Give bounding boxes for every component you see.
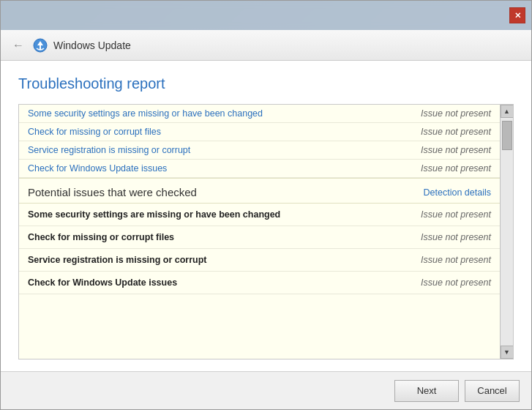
issue-row: Check for Windows Update issues Issue no… xyxy=(19,160,500,178)
issue-row: Check for missing or corrupt files Issue… xyxy=(19,123,500,141)
back-button[interactable]: ← xyxy=(10,39,27,52)
bold-issue-name-0: Some security settings are missing or ha… xyxy=(28,209,280,220)
issue-row: Service registration is missing or corru… xyxy=(19,141,500,160)
cancel-button[interactable]: Cancel xyxy=(465,380,520,402)
next-button[interactable]: Next xyxy=(394,380,459,402)
bold-issue-status-0: Issue not present xyxy=(421,209,491,220)
bold-issue-status-3: Issue not present xyxy=(421,277,491,288)
issue-link-0[interactable]: Some security settings are missing or ha… xyxy=(28,108,263,119)
title-bar: ← Windows Update xyxy=(1,30,531,61)
issue-link-1[interactable]: Check for missing or corrupt files xyxy=(28,127,161,137)
bold-issue-row: Service registration is missing or corru… xyxy=(19,249,500,272)
issue-status-1: Issue not present xyxy=(421,127,491,137)
footer: Next Cancel xyxy=(1,371,531,409)
scrollbar-down-button[interactable]: ▼ xyxy=(501,346,514,359)
bold-issue-status-1: Issue not present xyxy=(421,232,491,242)
bold-issue-row: Some security settings are missing or ha… xyxy=(19,204,500,226)
issue-status-2: Issue not present xyxy=(421,145,491,155)
page-title: Troubleshooting report xyxy=(18,75,514,92)
issue-status-3: Issue not present xyxy=(421,163,491,174)
close-button[interactable]: ✕ xyxy=(509,7,525,23)
bold-issue-status-2: Issue not present xyxy=(421,255,491,265)
bold-issue-name-3: Check for Windows Update issues xyxy=(28,277,177,288)
bold-issue-row: Check for Windows Update issues Issue no… xyxy=(19,272,500,294)
window-title: Windows Update xyxy=(53,40,131,51)
bold-issue-row: Check for missing or corrupt files Issue… xyxy=(19,226,500,249)
issue-link-2[interactable]: Service registration is missing or corru… xyxy=(28,145,190,155)
main-window: ✕ ← Windows Update Troubleshooting repor… xyxy=(0,0,532,410)
windows-update-icon xyxy=(33,38,48,53)
detection-details-link[interactable]: Detection details xyxy=(424,187,491,198)
main-content: Troubleshooting report Some security set… xyxy=(1,61,531,371)
scrollbar-thumb[interactable] xyxy=(502,121,512,150)
issue-status-0: Issue not present xyxy=(421,108,491,119)
scrollbar-up-button[interactable]: ▲ xyxy=(501,105,514,118)
top-blur-bar: ✕ xyxy=(1,1,531,30)
bold-issue-name-2: Service registration is missing or corru… xyxy=(28,255,207,265)
scrollbar: ▲ ▼ xyxy=(500,105,513,359)
section-header: Potential issues that were checked Detec… xyxy=(19,178,500,204)
issue-link-3[interactable]: Check for Windows Update issues xyxy=(28,163,167,174)
report-content[interactable]: Some security settings are missing or ha… xyxy=(19,105,500,359)
section-title: Potential issues that were checked xyxy=(28,186,197,198)
bold-issue-name-1: Check for missing or corrupt files xyxy=(28,232,174,242)
report-panel: Some security settings are missing or ha… xyxy=(18,104,514,359)
scrollbar-track[interactable] xyxy=(501,118,513,346)
issue-row: Some security settings are missing or ha… xyxy=(19,105,500,123)
